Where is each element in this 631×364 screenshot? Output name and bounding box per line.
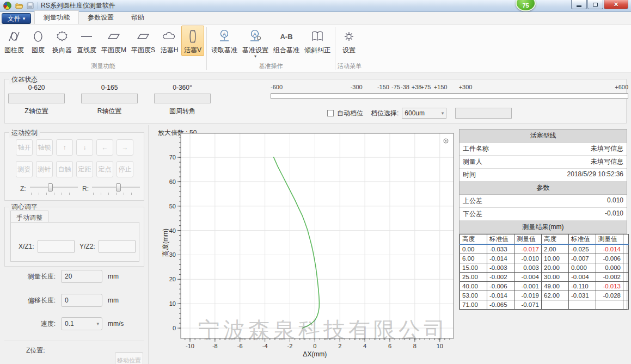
tab-help[interactable]: 帮助	[122, 11, 153, 24]
results-table-header: 高度标准值测量值高度标准值测量值	[460, 235, 629, 245]
results-table-row[interactable]: 15.00-0.0030.00320.000.0000.000	[460, 263, 629, 272]
svg-text:10: 10	[169, 300, 176, 307]
yz2-input[interactable]	[99, 240, 136, 253]
results-table-body: 0.00-0.033-0.0172.00-0.025-0.0146.00-0.0…	[460, 244, 629, 309]
stop-button[interactable]: 停止	[117, 161, 133, 177]
ribbon-separator	[206, 27, 207, 70]
results-cell: -0.031	[569, 291, 596, 300]
fixed-point-button[interactable]: 定点	[96, 161, 113, 177]
z-axis-label: Z轴位置	[8, 107, 65, 116]
gear-value-input[interactable]	[455, 108, 512, 119]
move-up-button[interactable]: ↑	[56, 139, 73, 156]
measure-pose-button[interactable]: 测姿	[16, 161, 33, 177]
close-button[interactable]: ✕	[604, 0, 628, 9]
yz2-field: Y/Z2:	[79, 240, 136, 253]
xz1-input[interactable]	[38, 240, 75, 253]
r-slider-thumb[interactable]	[116, 183, 121, 192]
results-table-row[interactable]: 0.00-0.033-0.0172.00-0.025-0.014	[460, 244, 629, 254]
combined-datum-button[interactable]: A-B 组合基准	[271, 26, 302, 59]
results-cell: 40.00	[460, 281, 487, 291]
tab-measure-functions[interactable]: 测量功能	[34, 10, 79, 24]
meter-tick-label: -600	[271, 84, 283, 90]
straightness-button[interactable]: 直线度	[75, 26, 99, 56]
move-right-button[interactable]: →	[117, 139, 133, 156]
rotation-angle-input[interactable]	[154, 94, 211, 103]
tilt-correction-button[interactable]: 倾斜纠正	[302, 26, 333, 59]
flatness-m-button[interactable]: 平面度M	[99, 26, 128, 56]
leveling-group: 调心调平 手动调整 X/Z1: Y/Z2:	[4, 207, 144, 267]
measure-length-label: 测量长度:	[16, 272, 56, 281]
auto-gear-label: 自动档位	[337, 109, 363, 118]
cylindricity-button[interactable]: 圆柱度	[2, 26, 26, 56]
meter-bar	[271, 93, 628, 99]
results-column-header: 标准值	[569, 235, 596, 245]
profile-chart: -10-8-6-4-20246810010203040506070ΔX(mm)高…	[161, 132, 458, 358]
axis-open-button[interactable]: 轴开	[16, 139, 33, 156]
ribbon-group-label: 活动菜单	[338, 61, 362, 72]
svg-text:A: A	[253, 32, 256, 37]
r-axis-status: 0-165 R轴位置	[81, 84, 138, 116]
results-column-header: 测量值	[514, 235, 542, 245]
move-down-button[interactable]: ↓	[76, 139, 93, 156]
stylus-button[interactable]: 测针	[36, 161, 53, 177]
chart-canvas: -10-8-6-4-20246810010203040506070ΔX(mm)高…	[161, 132, 458, 358]
commutator-button[interactable]: 换向器	[50, 26, 74, 56]
restore-button[interactable]	[587, 0, 603, 9]
combined-datum-icon: A-B	[280, 27, 292, 46]
axis-lock-button[interactable]: 轴锁	[36, 139, 53, 156]
fixed-distance-button[interactable]: 定距	[76, 161, 93, 177]
auto-gear-checkbox[interactable]	[327, 110, 334, 116]
meter-tick-label: +38	[412, 84, 422, 90]
flatness-s-button[interactable]: 平面度S	[129, 26, 157, 56]
results-table-row[interactable]: 6.00-0.014-0.01010.00-0.007-0.006	[460, 254, 629, 263]
results-table-row[interactable]: 53.00-0.014-0.01962.00-0.031-0.028	[460, 291, 629, 300]
r-axis-position-input[interactable]	[81, 94, 138, 103]
save-icon[interactable]	[26, 2, 34, 10]
move-left-button[interactable]: ←	[96, 139, 113, 156]
measure-length-input[interactable]	[61, 270, 102, 283]
lower-tolerance-row: 下公差 -0.010	[460, 208, 627, 221]
open-file-icon[interactable]	[15, 2, 23, 10]
antivirus-score-badge[interactable]: 75	[516, 0, 536, 11]
minimize-button[interactable]	[571, 0, 587, 9]
results-cell	[596, 300, 623, 309]
speed-unit: mm/s	[108, 320, 124, 328]
settings-button[interactable]: 设置	[338, 26, 360, 56]
results-table-row[interactable]: 71.00-0.065-0.071	[460, 300, 629, 309]
read-datum-button[interactable]: A 读取基准	[209, 26, 240, 59]
svg-text:-8: -8	[212, 343, 218, 349]
speed-select[interactable]: 0.1	[61, 317, 102, 330]
results-cell: 20.00	[542, 263, 569, 272]
datum-settings-button[interactable]: A 基准设置	[240, 26, 271, 59]
ribbon-group-label: 测量功能	[2, 61, 204, 72]
tilt-correction-icon	[310, 27, 324, 46]
offset-length-input[interactable]	[61, 294, 102, 307]
gear-select[interactable]: 600um	[402, 108, 446, 119]
z-slider-thumb[interactable]	[48, 183, 53, 192]
roundness-button[interactable]: 圆度	[27, 26, 50, 56]
move-position-button[interactable]: 移动位置	[115, 352, 143, 364]
r-slider[interactable]	[92, 183, 140, 194]
results-table-row[interactable]: 40.00-0.006-0.00149.00-0.110-0.013	[460, 281, 629, 291]
tab-parameter-settings[interactable]: 参数设置	[79, 11, 122, 24]
file-menu-button[interactable]: 文件	[2, 13, 31, 24]
results-column-header: 高度	[460, 235, 487, 245]
results-cell: -0.025	[569, 244, 596, 254]
piston-h-button[interactable]: 活塞H	[158, 26, 181, 56]
measurement-results-table: 高度标准值测量值高度标准值测量值 0.00-0.033-0.0172.00-0.…	[460, 234, 629, 310]
z-slider[interactable]	[30, 183, 78, 194]
cylindricity-icon	[7, 27, 21, 46]
results-cell: 0.00	[460, 244, 487, 254]
svg-text:-4: -4	[262, 343, 268, 349]
motion-buttons-row1: 轴开 轴锁 ↑ ↓ ← →	[16, 139, 133, 156]
piston-v-button[interactable]: 活塞V	[181, 26, 204, 56]
datum-settings-icon: A	[248, 27, 262, 46]
results-cell: -0.002	[487, 272, 514, 281]
panel-divider	[148, 125, 149, 364]
results-table-row[interactable]: 25.00-0.002-0.00430.00-0.004-0.002	[460, 272, 629, 281]
z-axis-position-input[interactable]	[8, 94, 65, 103]
time-label: 时间	[463, 170, 476, 180]
params-section-title: 参数	[460, 182, 627, 195]
results-cell: 0.000	[569, 263, 596, 272]
auto-touch-button[interactable]: 自触	[56, 161, 73, 177]
